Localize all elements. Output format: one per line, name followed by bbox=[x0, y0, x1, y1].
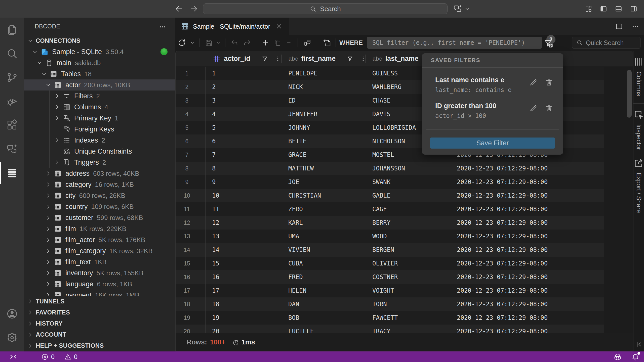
cell-actor-id[interactable]: 2 bbox=[206, 83, 282, 90]
cell-first-name[interactable]: KARL bbox=[282, 219, 366, 226]
tree-item-inventory[interactable]: inventory5K rows, 155KB bbox=[24, 267, 175, 279]
cell-first-name[interactable]: JOE bbox=[282, 178, 366, 186]
table-row[interactable]: 9 9 JOE SWANK 2020-12-23 07:12:29-08:00 bbox=[176, 175, 604, 189]
cell-first-name[interactable]: CHRISTIAN bbox=[282, 192, 366, 199]
cell-timestamp[interactable]: 2020-12-23 07:12:29-08:00 bbox=[450, 219, 604, 226]
cell-actor-id[interactable]: 10 bbox=[206, 192, 282, 199]
cell-timestamp[interactable]: 2020-12-23 07:12:29-08:00 bbox=[450, 301, 604, 308]
activity-bar-item-source-control[interactable] bbox=[0, 65, 24, 89]
activity-bar-item-account[interactable] bbox=[0, 302, 24, 326]
tree-item-film[interactable]: film1K rows, 229KB bbox=[24, 223, 175, 234]
table-row[interactable]: 17 17 HELEN VOIGHT 2020-12-23 07:12:29-0… bbox=[176, 284, 604, 297]
cell-last-name[interactable]: BERRY bbox=[366, 219, 450, 226]
tree-item-main[interactable]: mainsakila.db bbox=[24, 57, 175, 68]
cell-timestamp[interactable]: 2020-12-23 07:12:29-08:00 bbox=[450, 314, 604, 321]
cell-last-name[interactable]: BERGEN bbox=[366, 246, 450, 253]
cell-actor-id[interactable]: 15 bbox=[206, 260, 282, 267]
cell-first-name[interactable]: LUCILLE bbox=[282, 328, 366, 334]
table-row[interactable]: 14 14 VIVIEN BERGEN 2020-12-23 07:12:29-… bbox=[176, 243, 604, 257]
tree-item-foreign-keys[interactable]: Foreign Keys bbox=[24, 124, 175, 135]
cell-timestamp[interactable]: 2020-12-23 07:12:29-08:00 bbox=[450, 165, 604, 172]
copilot-icon[interactable] bbox=[613, 352, 622, 361]
table-row[interactable]: 20 20 LUCILLE TRACY 2020-12-23 07:12:29-… bbox=[176, 325, 604, 334]
command-center-search[interactable]: Search bbox=[203, 3, 448, 14]
table-row[interactable]: 19 19 BOB FAWCETT 2020-12-23 07:12:29-08… bbox=[176, 311, 604, 325]
cell-last-name[interactable]: COSTNER bbox=[366, 274, 450, 281]
column-header-first_name[interactable]: abc first_name bbox=[282, 51, 366, 66]
cell-last-name[interactable]: FAWCETT bbox=[366, 314, 450, 321]
sidebar-section-tunnels[interactable]: TUNNELS bbox=[24, 296, 175, 307]
activity-bar-item-run-debug[interactable] bbox=[0, 89, 24, 113]
table-row[interactable]: 8 8 MATTHEW JOHANSSON 2020-12-23 07:12:2… bbox=[176, 162, 604, 175]
save-dropdown-icon[interactable] bbox=[215, 40, 222, 45]
problems-status[interactable]: 0 0 bbox=[41, 353, 77, 360]
navigate-back-icon[interactable] bbox=[175, 5, 183, 13]
tree-item-sample-sqlite[interactable]: Sample - SQLite3.50.4 bbox=[24, 46, 175, 57]
cell-first-name[interactable]: PENELOPE bbox=[282, 70, 366, 77]
activity-bar-item-database[interactable] bbox=[0, 161, 24, 185]
export-sql-icon[interactable] bbox=[320, 38, 334, 47]
tree-item-filters[interactable]: Filters2 bbox=[24, 90, 175, 102]
cell-actor-id[interactable]: 4 bbox=[206, 111, 282, 118]
save-filter-button[interactable]: Save Filter bbox=[430, 138, 555, 149]
cell-actor-id[interactable]: 12 bbox=[206, 219, 282, 226]
table-row[interactable]: 16 16 FRED COSTNER 2020-12-23 07:12:29-0… bbox=[176, 270, 604, 284]
cell-actor-id[interactable]: 13 bbox=[206, 233, 282, 240]
cell-first-name[interactable]: VIVIEN bbox=[282, 246, 366, 253]
tree-item-address[interactable]: address603 rows, 40KB bbox=[24, 168, 175, 179]
edit-filter-icon[interactable] bbox=[529, 104, 538, 113]
cell-last-name[interactable]: WOOD bbox=[366, 233, 450, 240]
sidebar-section-favorites[interactable]: FAVORITES bbox=[24, 307, 175, 318]
cell-first-name[interactable]: CUBA bbox=[282, 260, 366, 267]
navigate-forward-icon[interactable] bbox=[190, 5, 198, 13]
cell-first-name[interactable]: ZERO bbox=[282, 206, 366, 213]
collapse-panel-icon[interactable] bbox=[633, 341, 644, 348]
activity-bar-item-files[interactable] bbox=[0, 18, 24, 41]
tree-item-language[interactable]: language6 rows, 1KB bbox=[24, 279, 175, 290]
table-row[interactable]: 10 10 CHRISTIAN GABLE 2020-12-23 07:12:2… bbox=[176, 189, 604, 202]
delete-row-icon[interactable] bbox=[283, 39, 294, 47]
cell-actor-id[interactable]: 20 bbox=[206, 328, 282, 334]
tree-item-film-text[interactable]: film_text1KB bbox=[24, 256, 175, 267]
tree-item-indexes[interactable]: Indexes2 bbox=[24, 135, 175, 146]
tree-item-actor[interactable]: actor200 rows, 10KB bbox=[24, 79, 175, 90]
sidebar-section-history[interactable]: HISTORY bbox=[24, 318, 175, 329]
tree-item-film-category[interactable]: film_category1K rows, 32KB bbox=[24, 245, 175, 256]
toggle-panel-icon[interactable] bbox=[615, 5, 622, 13]
cell-actor-id[interactable]: 3 bbox=[206, 97, 282, 104]
table-row[interactable]: 12 12 KARL BERRY 2020-12-23 07:12:29-08:… bbox=[176, 216, 604, 230]
cell-first-name[interactable]: UMA bbox=[282, 233, 366, 240]
cell-actor-id[interactable]: 17 bbox=[206, 287, 282, 294]
quick-search-input[interactable]: Quick Search bbox=[572, 37, 640, 49]
save-button[interactable] bbox=[203, 38, 215, 47]
cell-actor-id[interactable]: 1 bbox=[206, 70, 282, 77]
relations-icon[interactable] bbox=[301, 38, 314, 47]
refresh-dropdown-icon[interactable] bbox=[188, 40, 196, 45]
refresh-button[interactable] bbox=[175, 38, 188, 47]
cell-actor-id[interactable]: 5 bbox=[206, 124, 282, 131]
redo-icon[interactable] bbox=[241, 39, 253, 47]
remote-indicator-icon[interactable] bbox=[9, 352, 18, 361]
cell-timestamp[interactable]: 2020-12-23 07:12:29-08:00 bbox=[450, 287, 604, 294]
cell-first-name[interactable]: GRACE bbox=[282, 151, 366, 158]
cell-timestamp[interactable]: 2020-12-23 07:12:29-08:00 bbox=[450, 178, 604, 186]
table-row[interactable]: 18 18 DAN TORN 2020-12-23 07:12:29-08:00 bbox=[176, 297, 604, 311]
table-row[interactable]: 13 13 UMA WOOD 2020-12-23 07:12:29-08:00 bbox=[176, 230, 604, 243]
cell-actor-id[interactable]: 18 bbox=[206, 301, 282, 308]
column-filter-icon[interactable] bbox=[261, 55, 268, 62]
duplicate-row-icon[interactable] bbox=[272, 39, 283, 47]
panel-tab-columns[interactable]: Columns bbox=[633, 51, 644, 104]
activity-bar-item-settings-gear[interactable] bbox=[0, 326, 24, 349]
sidebar-section-account[interactable]: ACCOUNT bbox=[24, 329, 175, 340]
cell-timestamp[interactable]: 2020-12-23 07:12:29-08:00 bbox=[450, 192, 604, 199]
panel-tab-inspector[interactable]: Inspector bbox=[633, 104, 644, 152]
activity-bar-item-search[interactable] bbox=[0, 41, 24, 65]
saved-filter-item[interactable]: Last name contains e last_name: contains… bbox=[435, 76, 563, 94]
more-actions-icon[interactable] bbox=[159, 23, 166, 31]
cell-last-name[interactable]: CAGE bbox=[366, 206, 450, 213]
tree-item-triggers[interactable]: Triggers2 bbox=[24, 157, 175, 168]
cell-actor-id[interactable]: 16 bbox=[206, 274, 282, 281]
tree-item-category[interactable]: category16 rows, 1KB bbox=[24, 179, 175, 190]
sidebar-section-help-suggestions[interactable]: HELP + SUGGESTIONS bbox=[24, 340, 175, 351]
cell-first-name[interactable]: ED bbox=[282, 97, 366, 104]
